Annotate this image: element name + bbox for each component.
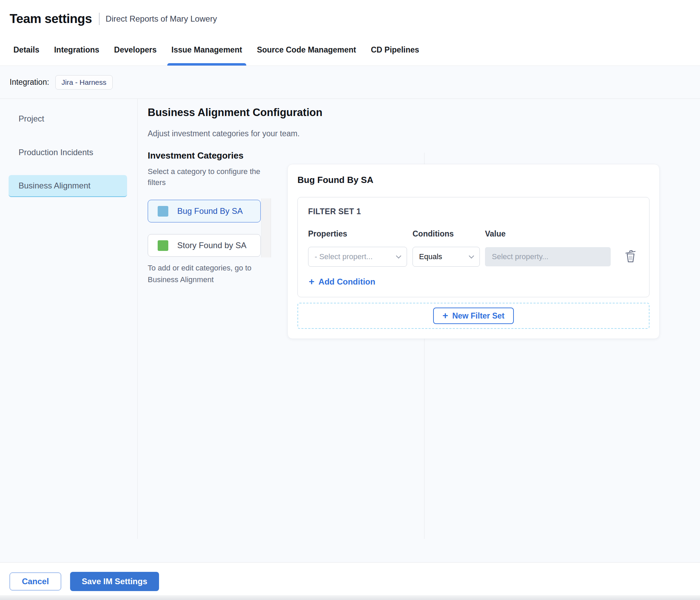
category-list-scrollbar[interactable] [261,198,271,257]
page-subtitle: Direct Reports of Mary Lowery [106,14,217,24]
business-alignment-pane: Business Alignment Configuration Adjust … [148,99,700,562]
new-filter-set-dropzone: + New Filter Set [297,303,650,329]
cancel-button[interactable]: Cancel [10,573,61,590]
tab-details[interactable]: Details [13,34,39,66]
tab-developers[interactable]: Developers [114,34,157,66]
sidebar-item-business-alignment[interactable]: Business Alignment [9,175,127,197]
investment-categories-heading: Investment Categories [148,150,244,161]
column-header-properties: Properties [308,229,413,239]
investment-categories-hint: Select a category to configure the filte… [148,166,268,188]
tab-issue-management[interactable]: Issue Management [171,34,242,66]
value-input[interactable] [485,247,611,266]
delete-condition-button[interactable] [622,247,639,266]
sidebar-divider [137,99,138,539]
section-title: Business Alignment Configuration [148,106,323,119]
filter-columns-header: Properties Conditions Value [308,229,639,239]
new-filter-set-label: New Filter Set [452,311,505,321]
page-title: Team settings [10,12,92,26]
section-subtitle: Adjust investment categories for your te… [148,129,300,138]
add-condition-button[interactable]: + Add Condition [309,277,375,287]
bottom-scroll-strip [0,595,700,600]
integration-row: Integration: Jira - Harness [0,66,700,99]
properties-select[interactable]: - Select propert... [308,247,407,267]
chevron-down-icon [396,253,402,259]
chevron-down-icon [469,253,474,259]
team-settings-page: Team settings Direct Reports of Mary Low… [0,0,700,600]
categories-note: To add or edit categories, go to Busines… [148,262,266,286]
filter-set-label: FILTER SET 1 [308,207,639,216]
tab-integrations[interactable]: Integrations [54,34,99,66]
properties-select-placeholder: - Select propert... [315,252,373,261]
plus-icon: + [309,277,314,287]
column-header-value: Value [485,229,617,239]
page-header: Team settings Direct Reports of Mary Low… [0,0,700,34]
settings-panes: Project Production Incidents Business Al… [0,99,700,562]
plus-icon: + [442,311,448,321]
title-divider [99,13,100,25]
integration-badge[interactable]: Jira - Harness [55,75,113,90]
new-filter-set-button[interactable]: + New Filter Set [433,308,513,324]
integration-label: Integration: [10,78,49,87]
trash-icon [624,249,637,264]
column-header-conditions: Conditions [413,229,485,239]
category-label: Bug Found By SA [177,206,243,216]
conditions-select-value: Equals [419,252,442,261]
tab-bar: Details Integrations Developers Issue Ma… [0,34,700,66]
add-condition-label: Add Condition [318,277,375,287]
category-story-found-by-sa[interactable]: Story Found by SA [148,234,261,257]
tab-cd-pipelines[interactable]: CD Pipelines [371,34,419,66]
category-label: Story Found by SA [177,241,246,250]
settings-sidebar: Project Production Incidents Business Al… [0,99,137,209]
footer-action-bar: Cancel Save IM Settings [0,562,700,600]
sidebar-item-project[interactable]: Project [9,108,127,130]
tab-source-code-management[interactable]: Source Code Management [257,34,356,66]
save-im-settings-button[interactable]: Save IM Settings [70,572,159,591]
category-bug-found-by-sa[interactable]: Bug Found By SA [148,200,261,222]
filter-condition-row: - Select propert... Equals [308,247,639,267]
filter-panel-title: Bug Found By SA [297,175,650,185]
category-color-swatch-green [158,240,168,251]
conditions-select[interactable]: Equals [413,247,480,267]
content-area: Integration: Jira - Harness Project Prod… [0,66,700,562]
filter-config-card: Bug Found By SA FILTER SET 1 Properties … [287,164,659,339]
filter-set-1: FILTER SET 1 Properties Conditions Value… [297,197,650,297]
sidebar-item-production-incidents[interactable]: Production Incidents [9,141,127,163]
category-color-swatch-blue [158,206,168,217]
